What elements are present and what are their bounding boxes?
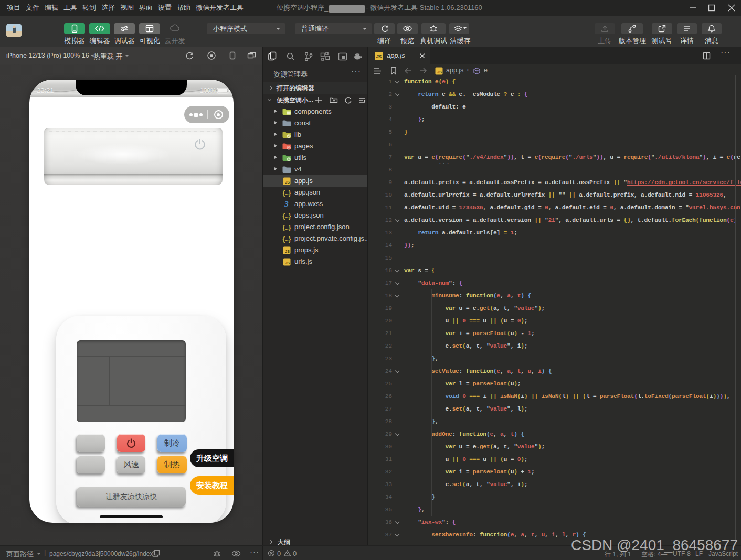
svg-text:{..}: {..} [282, 235, 291, 243]
svg-text:3: 3 [284, 200, 289, 208]
svg-text:{..}: {..} [282, 189, 291, 197]
svg-text:JS: JS [285, 250, 290, 253]
svg-text:JS: JS [285, 261, 290, 265]
svg-text:{..}: {..} [282, 212, 291, 220]
svg-text:JS: JS [285, 180, 290, 184]
svg-text:{..}: {..} [282, 224, 291, 231]
